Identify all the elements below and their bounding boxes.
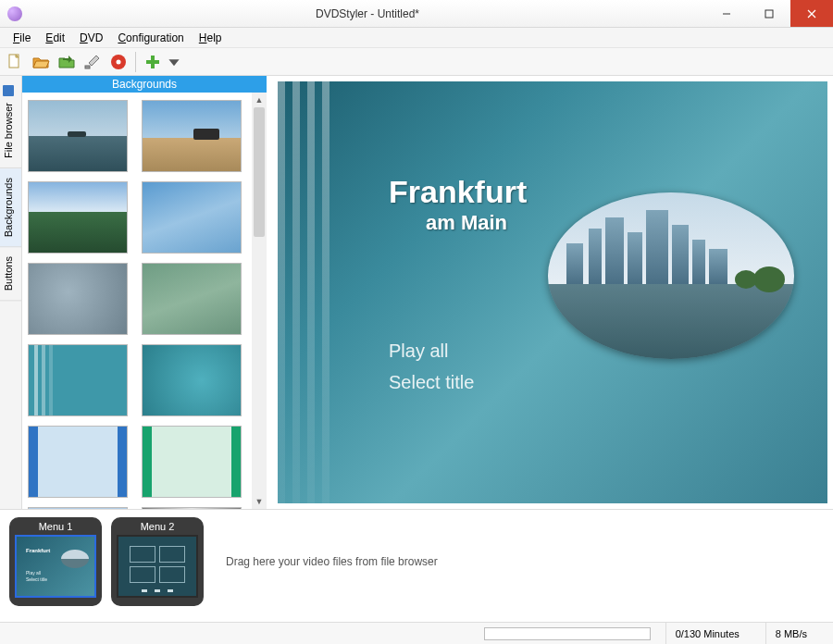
panel-header: Backgrounds (22, 76, 267, 93)
status-speed: 8 MB/s (765, 623, 833, 644)
scroll-up-icon[interactable]: ▲ (252, 93, 267, 107)
progress-bar (484, 627, 651, 640)
background-thumb[interactable] (28, 181, 128, 254)
city-water (548, 284, 794, 359)
menu-play-all[interactable]: Play all (389, 341, 448, 362)
main-area: File browser Backgrounds Buttons Backgro… (0, 76, 833, 509)
toolbar (0, 48, 833, 76)
add-dropdown-icon[interactable] (168, 51, 180, 73)
building-icon (692, 240, 705, 284)
add-button[interactable] (142, 51, 164, 73)
save-button[interactable] (56, 51, 78, 73)
tab-backgrounds[interactable]: Backgrounds (0, 168, 21, 247)
background-thumb[interactable] (28, 100, 128, 172)
menu-configuration[interactable]: Configuration (110, 30, 191, 46)
burn-button[interactable] (107, 51, 130, 73)
close-button[interactable] (790, 0, 833, 27)
menu-title-2[interactable]: am Main (426, 211, 507, 235)
tab-buttons-label: Buttons (3, 256, 14, 291)
background-thumb[interactable] (142, 426, 242, 498)
background-thumb[interactable] (28, 263, 128, 335)
menu-title-1[interactable]: Frankfurt (389, 174, 527, 210)
new-button[interactable] (4, 51, 26, 73)
svg-point-8 (117, 59, 121, 64)
menu-card-thumb: Frankfurt Play allSelect title (15, 535, 96, 598)
svg-rect-1 (765, 10, 773, 18)
minimize-button[interactable] (705, 0, 748, 27)
settings-button[interactable] (81, 51, 104, 73)
maximize-button[interactable] (748, 0, 790, 27)
menu-dvd[interactable]: DVD (72, 30, 110, 46)
background-thumb[interactable] (142, 263, 242, 335)
building-icon (628, 232, 642, 284)
timeline-strip[interactable]: Menu 1 Frankfurt Play allSelect title Me… (0, 509, 833, 613)
background-thumb[interactable] (142, 181, 242, 254)
tab-buttons[interactable]: Buttons (0, 247, 21, 301)
background-thumb[interactable] (28, 507, 128, 509)
svg-rect-10 (146, 60, 159, 64)
side-tabs: File browser Backgrounds Buttons (0, 76, 22, 509)
scroll-track[interactable] (252, 107, 267, 494)
building-icon (566, 243, 583, 284)
window-controls (705, 0, 833, 27)
backgrounds-panel: Backgrounds ▲ ▼ (22, 76, 267, 509)
svg-rect-6 (85, 66, 90, 68)
panel-scrollbar[interactable]: ▲ ▼ (252, 93, 267, 509)
menu-file[interactable]: File (6, 30, 38, 46)
status-minutes: 0/130 Minutes (665, 623, 765, 644)
menu-preview[interactable]: Frankfurt am Main Play all Select title (278, 81, 827, 503)
tab-file-browser[interactable]: File browser (0, 76, 21, 168)
toolbar-separator (135, 52, 136, 72)
menu-select-title[interactable]: Select title (389, 372, 474, 393)
building-icon (672, 225, 689, 284)
menu-card-2[interactable]: Menu 2 (111, 517, 204, 606)
app-icon (7, 6, 22, 21)
open-button[interactable] (30, 51, 52, 73)
drop-hint: Drag here your video files from file bro… (226, 555, 438, 568)
menubar: File Edit DVD Configuration Help (0, 28, 833, 48)
tab-backgrounds-label: Backgrounds (3, 178, 14, 237)
scroll-down-icon[interactable]: ▼ (252, 494, 267, 509)
window-title: DVDStyler - Untitled* (30, 7, 705, 20)
background-thumb[interactable] (28, 344, 128, 416)
building-icon (589, 229, 602, 284)
background-thumb[interactable] (142, 344, 242, 416)
preview-wrap: Frankfurt am Main Play all Select title (267, 76, 833, 509)
decorative-stripes (278, 81, 361, 503)
menu-card-label: Menu 1 (15, 521, 96, 532)
building-icon (709, 249, 727, 284)
background-thumb[interactable] (142, 507, 242, 509)
background-thumb[interactable] (142, 100, 242, 172)
scroll-thumb[interactable] (254, 107, 265, 237)
titlebar: DVDStyler - Untitled* (0, 0, 833, 28)
menu-image-ellipse[interactable] (548, 192, 794, 359)
background-thumb[interactable] (28, 426, 128, 498)
building-icon (605, 217, 624, 284)
statusbar: 0/130 Minutes 8 MB/s (0, 622, 833, 644)
menu-card-1[interactable]: Menu 1 Frankfurt Play allSelect title (9, 517, 102, 606)
background-thumbs (22, 93, 252, 509)
tree-icon (753, 266, 785, 292)
menu-help[interactable]: Help (192, 30, 230, 46)
svg-marker-11 (168, 59, 179, 66)
folder-icon (3, 85, 14, 96)
tab-file-browser-label: File browser (3, 103, 14, 158)
menu-card-thumb (117, 535, 198, 598)
panel-body: ▲ ▼ (22, 93, 267, 509)
menu-card-label: Menu 2 (117, 521, 198, 532)
menu-edit[interactable]: Edit (38, 30, 72, 46)
building-icon (646, 210, 668, 284)
